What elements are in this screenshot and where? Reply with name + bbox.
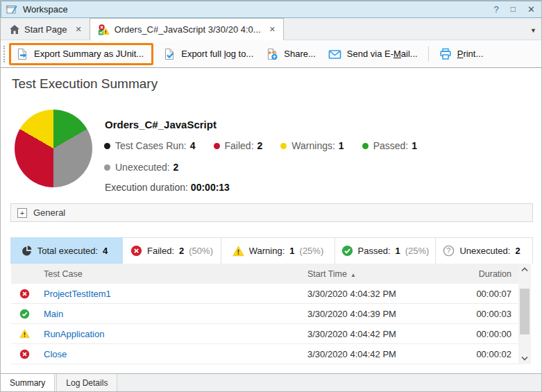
tab-passed[interactable]: Passed:1(25%): [335, 237, 436, 264]
table-scrollbar[interactable]: [518, 264, 531, 364]
tab-label: Orders_C#_JavaScript 3/30/20 4:0...: [115, 24, 261, 35]
tab-orders-log[interactable]: Orders_C#_JavaScript 3/30/20 4:0... ✕: [90, 18, 284, 40]
failed-icon: [130, 245, 142, 257]
result-filter-tabs: Total executed:4 Failed:2(50%): [10, 237, 533, 264]
tab-label: Start Page: [24, 24, 67, 35]
share-button[interactable]: Share...: [260, 44, 322, 64]
red-bullet-icon: [214, 143, 220, 149]
failed-status-icon: [11, 289, 37, 299]
send-email-button[interactable]: Send via E-Mail...: [322, 44, 424, 64]
toolbar-separator: [428, 46, 429, 62]
table-row[interactable]: Main 3/30/2020 4:04:39 PM 00:00:03: [11, 304, 518, 324]
print-button[interactable]: Print...: [433, 44, 490, 64]
start-time-cell: 3/30/2020 4:04:32 PM: [307, 289, 457, 299]
passed-icon: [341, 245, 353, 257]
export-summary-junit-button[interactable]: Export Summary as JUnit...: [9, 43, 153, 65]
column-start-time[interactable]: Start Time▲: [307, 269, 457, 279]
sort-ascending-icon: ▲: [350, 272, 356, 278]
maximize-button[interactable]: □: [511, 4, 516, 15]
close-tab-icon[interactable]: ✕: [269, 25, 276, 34]
start-time-cell: 3/30/2020 4:04:39 PM: [307, 309, 457, 319]
share-icon: [266, 48, 278, 60]
table-row[interactable]: ProjectTestItem1 3/30/2020 4:04:32 PM 00…: [11, 284, 518, 304]
stats-row-2: Unexecuted:2: [104, 162, 178, 173]
results-pie-chart: [15, 110, 92, 187]
general-expander[interactable]: + General: [10, 203, 533, 222]
test-case-link[interactable]: Close: [37, 349, 307, 359]
button-label: Send via E-Mail...: [347, 49, 418, 59]
general-label: General: [33, 207, 65, 218]
duration-cell: 00:00:02: [457, 349, 518, 359]
stat-unexecuted: Unexecuted:2: [104, 162, 178, 173]
duration-cell: 00:00:07: [457, 289, 518, 299]
print-icon: [439, 48, 452, 60]
expand-plus-icon[interactable]: +: [17, 208, 27, 218]
button-label: Export Summary as JUnit...: [34, 49, 144, 59]
table-row[interactable]: Close 3/30/2020 4:04:42 PM 00:00:02: [11, 344, 518, 364]
stat-test-cases-run: Test Cases Run:4: [104, 140, 196, 151]
page-title: Test Execution Summary: [12, 76, 158, 92]
table-row[interactable]: RunApplication 3/30/2020 4:04:42 PM 00:0…: [11, 324, 518, 344]
unexecuted-icon: ?: [443, 245, 455, 257]
window-titlebar: Workspace ? □ ✕: [1, 1, 542, 18]
pie-chart-icon: [21, 245, 33, 257]
failed-status-icon: [11, 349, 37, 359]
document-tab-strip: Start Page ✕ Orders_C#_JavaScript 3/30/2…: [1, 18, 542, 40]
button-label: Share...: [284, 49, 316, 59]
start-time-cell: 3/30/2020 4:04:42 PM: [307, 329, 457, 339]
email-icon: [328, 48, 341, 60]
export-junit-icon: [16, 48, 28, 60]
tab-unexecuted[interactable]: ? Unexecuted:2: [436, 237, 533, 264]
summary-panel: Test Execution Summary Orders_C#_JavaScr…: [1, 67, 542, 374]
tab-overflow-arrow[interactable]: ▼: [530, 27, 536, 34]
tab-start-page[interactable]: Start Page ✕: [2, 19, 90, 40]
window-title: Workspace: [23, 4, 68, 15]
application-window: Workspace ? □ ✕ Start Page ✕: [0, 0, 542, 392]
button-label: Export full log to...: [181, 49, 253, 59]
close-tab-icon[interactable]: ✕: [75, 25, 81, 34]
yellow-bullet-icon: [280, 143, 287, 149]
export-full-log-button[interactable]: Export full log to...: [157, 44, 260, 64]
close-button[interactable]: ✕: [527, 4, 535, 15]
home-icon: [10, 25, 19, 34]
start-time-cell: 3/30/2020 4:04:42 PM: [307, 349, 457, 359]
log-toolbar: Export Summary as JUnit... Export full l…: [1, 40, 542, 67]
warning-status-icon: [11, 329, 37, 339]
green-bullet-icon: [362, 143, 369, 149]
test-case-link[interactable]: RunApplication: [37, 329, 307, 339]
tab-log-details[interactable]: Log Details: [56, 374, 117, 392]
stat-passed: Passed:1: [362, 140, 417, 151]
toolbar-grip[interactable]: [3, 46, 7, 62]
table-header-row: Test Case Start Time▲ Duration: [11, 264, 518, 284]
export-log-icon: [163, 48, 176, 60]
scroll-up-icon[interactable]: [518, 264, 531, 275]
test-case-link[interactable]: ProjectTestItem1: [37, 289, 307, 299]
passed-status-icon: [11, 309, 37, 319]
column-duration[interactable]: Duration: [457, 269, 518, 279]
test-case-table: Test Case Start Time▲ Duration ProjectTe…: [11, 264, 518, 364]
tab-failed[interactable]: Failed:2(50%): [123, 237, 221, 264]
column-test-case[interactable]: Test Case: [37, 269, 307, 279]
help-button[interactable]: ?: [494, 4, 499, 15]
stat-failed: Failed:2: [214, 140, 263, 151]
test-status-icon: [98, 24, 110, 35]
workspace-icon: [6, 4, 17, 15]
warning-icon: [232, 246, 244, 257]
scrollbar-thumb[interactable]: [520, 289, 530, 334]
black-bullet-icon: [104, 143, 110, 149]
gray-bullet-icon: [104, 164, 110, 171]
window-controls: ? □ ✕: [494, 4, 535, 15]
tab-warning[interactable]: Warning:1(25%): [221, 237, 335, 264]
scroll-down-icon[interactable]: [518, 352, 531, 364]
button-label: Print...: [457, 49, 484, 59]
stat-warnings: Warnings:1: [280, 140, 344, 151]
svg-text:?: ?: [447, 246, 451, 255]
execution-duration: Execution duration:00:00:13: [105, 182, 230, 193]
project-name: Orders_C#_JavaScript: [105, 119, 217, 130]
duration-cell: 00:00:03: [457, 309, 518, 319]
test-case-link[interactable]: Main: [37, 309, 307, 319]
tab-summary[interactable]: Summary: [1, 374, 55, 392]
duration-cell: 00:00:00: [457, 329, 518, 339]
stats-row-1: Test Cases Run:4 Failed:2 Warnings:1 Pas…: [104, 140, 417, 151]
tab-total-executed[interactable]: Total executed:4: [10, 237, 123, 264]
